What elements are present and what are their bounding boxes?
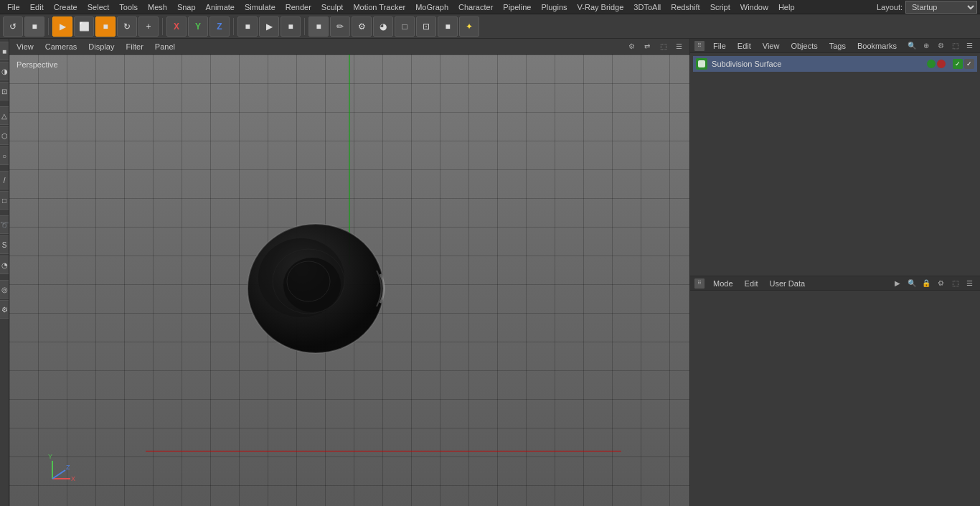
menu-snap[interactable]: Snap [173, 1, 200, 13]
select-mode-button[interactable]: ▶ [52, 17, 72, 37]
visibility-dot-editor[interactable] [927, 60, 936, 68]
cube-icon-button[interactable]: ■ [237, 17, 258, 37]
menu-edit[interactable]: Edit [26, 1, 48, 13]
attr-menu-icon[interactable]: ☰ [963, 278, 976, 289]
obj-settings-icon[interactable]: ⚙ [934, 40, 947, 52]
viewport[interactable]: View Cameras Display Filter Panel ⚙ ⇄ ⬚ … [9, 39, 689, 506]
panel-menu[interactable]: Panel [152, 41, 178, 52]
obj-file-menu[interactable]: File [710, 40, 729, 52]
light-button[interactable]: ✦ [459, 17, 479, 37]
menu-render[interactable]: Render [281, 1, 316, 13]
menu-help[interactable]: Help [774, 1, 799, 13]
attr-userdata-menu[interactable]: User Data [767, 278, 809, 289]
toolbar-separator-3 [233, 18, 234, 35]
menu-select[interactable]: Select [83, 1, 114, 13]
texture-mode-button[interactable]: ◑ [0, 62, 9, 80]
menu-redshift[interactable]: Redshift [666, 1, 704, 13]
knife-button[interactable]: / [0, 171, 9, 189]
menu-plugins[interactable]: Plugins [537, 1, 571, 13]
viewport-icon-4[interactable]: ☰ [672, 41, 685, 52]
viewport-icon-2[interactable]: ⇄ [641, 41, 654, 52]
view-menu[interactable]: View [14, 41, 37, 52]
menu-window[interactable]: Window [736, 1, 773, 13]
check-1[interactable]: ✓ [953, 59, 963, 69]
display-menu[interactable]: Display [85, 41, 117, 52]
viewport-icon-1[interactable]: ⚙ [625, 41, 638, 52]
visibility-dot-render[interactable] [937, 60, 946, 68]
perspective-label: Perspective [17, 60, 57, 69]
menu-character[interactable]: Character [454, 1, 497, 13]
viewport-icon-3[interactable]: ⬚ [656, 41, 669, 52]
layout-select[interactable]: Startup Standard [905, 1, 977, 14]
polygon-mode-button[interactable]: △ [0, 106, 9, 125]
attr-settings-icon[interactable]: ⚙ [934, 278, 947, 289]
menu-simulate[interactable]: Simulate [240, 1, 280, 13]
menu-sculpt[interactable]: Sculpt [317, 1, 348, 13]
subdivision-surface-label: Subdivision Surface [712, 60, 923, 68]
obj-new-icon[interactable]: ⊕ [920, 40, 933, 52]
obj-view-menu[interactable]: View [760, 40, 783, 52]
transform-button[interactable]: + [138, 17, 159, 37]
menu-pipeline[interactable]: Pipeline [499, 1, 535, 13]
svg-text:X: X [71, 475, 75, 482]
menu-motion-tracker[interactable]: Motion Tracker [349, 1, 410, 13]
cube-button[interactable]: ■ [308, 17, 329, 37]
paint-button[interactable]: □ [395, 17, 415, 37]
play-button[interactable]: ▶ [259, 17, 279, 37]
attr-panel-grip: ⠿ [694, 278, 705, 289]
camera-button[interactable]: ■ [281, 17, 301, 37]
grid-mode-button[interactable]: ⊡ [0, 82, 9, 100]
attr-mode-menu[interactable]: Mode [710, 278, 736, 289]
attr-lock-icon[interactable]: 🔒 [920, 278, 933, 289]
model-mode-button[interactable]: ■ [0, 42, 9, 60]
rotate-mode-button[interactable]: ↻ [117, 17, 137, 37]
menu-3dtoall[interactable]: 3DToAll [629, 1, 665, 13]
object-manager-content[interactable]: Subdivision Surface ✓ ✓ [690, 53, 980, 276]
check-2[interactable]: ✓ [964, 59, 974, 69]
grid-button[interactable]: ⊡ [416, 17, 436, 37]
obj-menu-icon[interactable]: ☰ [963, 40, 976, 52]
obj-edit-menu[interactable]: Edit [735, 40, 754, 52]
undo-button[interactable]: ↺ [3, 17, 23, 37]
viewport-canvas[interactable]: Perspective [9, 55, 689, 506]
brush-button[interactable]: ➰ [0, 215, 9, 234]
search-icon-btn[interactable]: 🔍 [905, 40, 918, 52]
obj-expand-icon[interactable]: ⬚ [948, 40, 961, 52]
cameras-menu[interactable]: Cameras [42, 41, 80, 52]
menu-mograph[interactable]: MoGraph [411, 1, 453, 13]
menu-script[interactable]: Script [706, 1, 735, 13]
bezier-button[interactable]: ⚙ [352, 17, 372, 37]
smooth-button[interactable]: S [0, 235, 9, 254]
redo-button[interactable]: ■ [24, 17, 44, 37]
menu-animate[interactable]: Animate [202, 1, 239, 13]
point-mode-button[interactable]: ○ [0, 146, 9, 165]
obj-objects-menu[interactable]: Objects [788, 40, 820, 52]
menu-tools[interactable]: Tools [115, 1, 142, 13]
attr-edit-menu[interactable]: Edit [742, 278, 761, 289]
edge-mode-button[interactable]: ⬡ [0, 126, 9, 145]
camera2-button[interactable]: ■ [438, 17, 458, 37]
subdivision-surface-row[interactable]: Subdivision Surface ✓ ✓ [693, 56, 977, 72]
x-axis-button[interactable]: X [166, 17, 187, 37]
attr-expand-icon[interactable]: ⬚ [948, 278, 961, 289]
menu-create[interactable]: Create [50, 1, 82, 13]
y-axis-button[interactable]: Y [188, 17, 208, 37]
snap-button[interactable]: ◎ [0, 280, 9, 299]
magnet-button[interactable]: ◕ [373, 17, 393, 37]
menu-mesh[interactable]: Mesh [143, 1, 171, 13]
filter-menu[interactable]: Filter [123, 41, 146, 52]
obj-tags-menu[interactable]: Tags [826, 40, 849, 52]
attr-search-icon[interactable]: 🔍 [905, 278, 918, 289]
paint2-button[interactable]: ◔ [0, 256, 9, 274]
move-button[interactable]: ⚙ [0, 300, 9, 319]
attr-arrow-icon[interactable]: ▶ [891, 278, 904, 289]
scale-mode-button[interactable]: ■ [95, 17, 116, 37]
viewport-header: View Cameras Display Filter Panel ⚙ ⇄ ⬚ … [9, 39, 689, 55]
pen-button[interactable]: ✏ [330, 17, 350, 37]
menu-vray[interactable]: V-Ray Bridge [573, 1, 628, 13]
obj-bookmarks-menu[interactable]: Bookmarks [854, 40, 900, 52]
move-mode-button[interactable]: ⬜ [74, 17, 94, 37]
extrude-button[interactable]: □ [0, 191, 9, 210]
z-axis-button[interactable]: Z [209, 17, 230, 37]
menu-file[interactable]: File [3, 1, 24, 13]
